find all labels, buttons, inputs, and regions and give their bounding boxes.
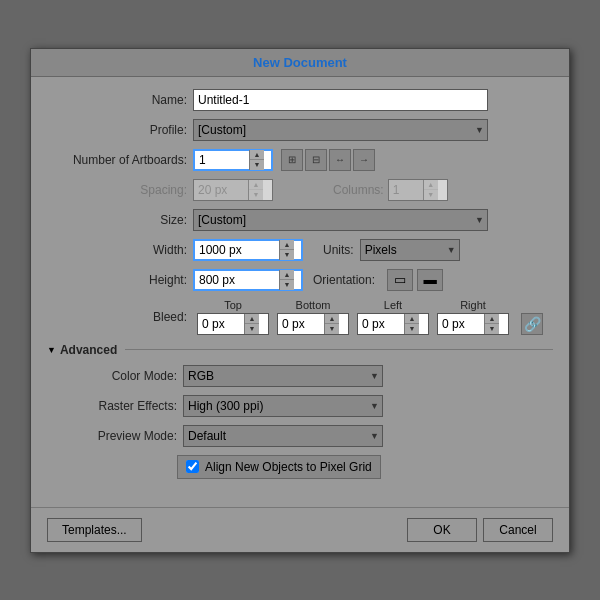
artboards-spinner-btns: ▲ ▼	[249, 150, 264, 170]
pixel-grid-row: Align New Objects to Pixel Grid	[177, 455, 553, 479]
bleed-row: Bleed: Top ▲ ▼ Bottom	[47, 299, 553, 335]
advanced-toggle[interactable]: ▼ Advanced	[47, 343, 117, 357]
bleed-right-label: Right	[460, 299, 486, 311]
profile-label: Profile:	[47, 123, 187, 137]
size-label: Size:	[47, 213, 187, 227]
bleed-left-label: Left	[384, 299, 402, 311]
templates-button[interactable]: Templates...	[47, 518, 142, 542]
spacing-decrement: ▼	[249, 190, 263, 200]
bleed-left-decrement[interactable]: ▼	[405, 324, 419, 334]
bleed-left-btns: ▲ ▼	[404, 314, 419, 334]
footer-left: Templates...	[47, 518, 142, 542]
name-row: Name:	[47, 89, 553, 111]
artboards-increment[interactable]: ▲	[250, 150, 264, 160]
bleed-link-button[interactable]: 🔗	[521, 313, 543, 335]
size-row: Size: [Custom] Letter A4	[47, 209, 553, 231]
dialog-title: New Document	[31, 49, 569, 77]
pixel-grid-container: Align New Objects to Pixel Grid	[177, 455, 381, 479]
bleed-right-spinner: ▲ ▼	[437, 313, 509, 335]
bleed-label: Bleed:	[47, 310, 187, 324]
preview-mode-select[interactable]: Default Pixel Overprint	[183, 425, 383, 447]
bleed-bottom-label: Bottom	[296, 299, 331, 311]
profile-select-wrapper: [Custom] Print Web Mobile	[193, 119, 488, 141]
width-row: Width: ▲ ▼ Units: Pixels Inches Millimet…	[47, 239, 553, 261]
spacing-spinner: ▲ ▼	[193, 179, 273, 201]
width-label: Width:	[47, 243, 187, 257]
width-input[interactable]	[195, 240, 279, 260]
bleed-bottom-col: Bottom ▲ ▼	[277, 299, 349, 335]
units-label: Units:	[323, 243, 354, 257]
artboards-label: Number of Artboards:	[47, 153, 187, 167]
height-row: Height: ▲ ▼ Orientation: ▭ ▬	[47, 269, 553, 291]
artboard-arrange-icon[interactable]: →	[353, 149, 375, 171]
bleed-top-decrement[interactable]: ▼	[245, 324, 259, 334]
bleed-top-spinner: ▲ ▼	[197, 313, 269, 335]
columns-decrement: ▼	[424, 190, 438, 200]
height-increment[interactable]: ▲	[280, 270, 294, 280]
bleed-top-label: Top	[224, 299, 242, 311]
height-label: Height:	[47, 273, 187, 287]
spacing-label: Spacing:	[47, 183, 187, 197]
bleed-top-btns: ▲ ▼	[244, 314, 259, 334]
bleed-top-increment[interactable]: ▲	[245, 314, 259, 324]
advanced-divider: ▼ Advanced	[47, 343, 553, 357]
size-select-wrapper: [Custom] Letter A4	[193, 209, 488, 231]
spacing-cols-row: Spacing: ▲ ▼ Columns: ▲ ▼	[47, 179, 553, 201]
artboards-row: Number of Artboards: ▲ ▼ ⊞ ⊟ ↔ →	[47, 149, 553, 171]
bleed-right-increment[interactable]: ▲	[485, 314, 499, 324]
artboards-decrement[interactable]: ▼	[250, 160, 264, 170]
units-select[interactable]: Pixels Inches Millimeters	[360, 239, 460, 261]
color-mode-select[interactable]: RGB CMYK Grayscale	[183, 365, 383, 387]
height-input[interactable]	[195, 270, 279, 290]
cancel-button[interactable]: Cancel	[483, 518, 553, 542]
bleed-left-increment[interactable]: ▲	[405, 314, 419, 324]
bleed-bottom-decrement[interactable]: ▼	[325, 324, 339, 334]
raster-effects-select[interactable]: High (300 ppi) Medium (150 ppi) Low (72 …	[183, 395, 383, 417]
bleed-left-spinner: ▲ ▼	[357, 313, 429, 335]
ok-button[interactable]: OK	[407, 518, 477, 542]
dialog-footer: Templates... OK Cancel	[31, 507, 569, 552]
profile-select[interactable]: [Custom] Print Web Mobile	[193, 119, 488, 141]
size-select[interactable]: [Custom] Letter A4	[193, 209, 488, 231]
height-decrement[interactable]: ▼	[280, 280, 294, 290]
artboard-col-icon[interactable]: ↔	[329, 149, 351, 171]
landscape-button[interactable]: ▬	[417, 269, 443, 291]
pixel-grid-label[interactable]: Align New Objects to Pixel Grid	[205, 460, 372, 474]
portrait-button[interactable]: ▭	[387, 269, 413, 291]
orientation-buttons: ▭ ▬	[387, 269, 443, 291]
artboards-spinner: ▲ ▼	[193, 149, 273, 171]
bleed-right-input[interactable]	[438, 314, 484, 334]
units-select-wrapper: Pixels Inches Millimeters	[360, 239, 460, 261]
artboards-input[interactable]	[195, 150, 249, 170]
bleed-bottom-input[interactable]	[278, 314, 324, 334]
new-document-dialog: New Document Name: Profile: [Custom] Pri…	[30, 48, 570, 553]
bleed-left-input[interactable]	[358, 314, 404, 334]
columns-spinner-btns: ▲ ▼	[423, 180, 438, 200]
width-spinner-btns: ▲ ▼	[279, 240, 294, 260]
color-mode-label: Color Mode:	[47, 369, 177, 383]
preview-mode-label: Preview Mode:	[47, 429, 177, 443]
name-input[interactable]	[193, 89, 488, 111]
preview-select-wrapper: Default Pixel Overprint	[183, 425, 383, 447]
profile-row: Profile: [Custom] Print Web Mobile	[47, 119, 553, 141]
width-increment[interactable]: ▲	[280, 240, 294, 250]
raster-select-wrapper: High (300 ppi) Medium (150 ppi) Low (72 …	[183, 395, 383, 417]
advanced-section-title: Advanced	[60, 343, 117, 357]
landscape-icon: ▬	[423, 272, 436, 287]
color-mode-select-wrapper: RGB CMYK Grayscale	[183, 365, 383, 387]
columns-input-field	[389, 180, 423, 200]
pixel-grid-checkbox[interactable]	[186, 460, 199, 473]
width-decrement[interactable]: ▼	[280, 250, 294, 260]
bleed-top-input[interactable]	[198, 314, 244, 334]
preview-mode-row: Preview Mode: Default Pixel Overprint	[47, 425, 553, 447]
advanced-divider-line	[125, 349, 553, 350]
bleed-fields: Top ▲ ▼ Bottom ▲ ▼	[197, 299, 543, 335]
bleed-right-decrement[interactable]: ▼	[485, 324, 499, 334]
bleed-top-col: Top ▲ ▼	[197, 299, 269, 335]
height-spinner: ▲ ▼	[193, 269, 303, 291]
bleed-left-col: Left ▲ ▼	[357, 299, 429, 335]
artboard-grid-icon[interactable]: ⊞	[281, 149, 303, 171]
artboard-row-icon[interactable]: ⊟	[305, 149, 327, 171]
columns-increment: ▲	[424, 180, 438, 190]
bleed-bottom-increment[interactable]: ▲	[325, 314, 339, 324]
